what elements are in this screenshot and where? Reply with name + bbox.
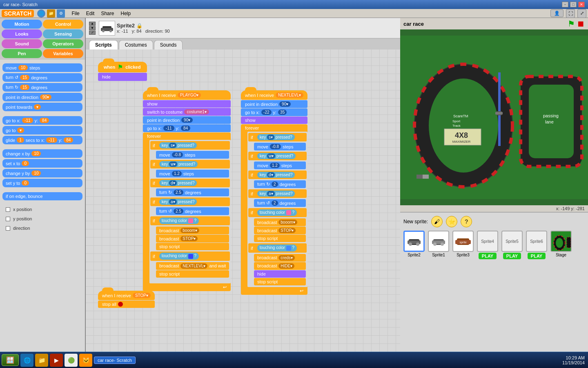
tab-scripts[interactable]: Scripts (89, 40, 118, 49)
block-point-direction[interactable]: point in direction 90▾ (2, 93, 82, 101)
block-switch-costume[interactable]: switch to costume costume1▾ (143, 108, 231, 116)
category-pen[interactable]: Pen (2, 49, 42, 58)
block-broadcast-creds[interactable]: broadcast creds▾ (254, 254, 306, 262)
block-goto-xy[interactable]: go to x: -11 y: 84 (2, 116, 82, 125)
account-button[interactable]: 👤 (550, 9, 564, 17)
block-if-s-pressed[interactable]: if key s▾ pressed? (150, 141, 230, 150)
block-goto-xy-3[interactable]: go to x: -22 y: 35 (241, 108, 307, 116)
block-point-dir-3[interactable]: point in direction 90▾ (241, 100, 307, 108)
sprite-item-6[interactable]: Sprite6 PLAY (526, 231, 547, 259)
block-show[interactable]: show (143, 100, 231, 108)
block-turn-right[interactable]: turn ↻ 15 degrees (2, 83, 82, 92)
new-sprite-paint[interactable]: 🖌 (431, 216, 443, 227)
block-if-d-pressed[interactable]: if key d▾ pressed? (150, 179, 230, 187)
block-if-d-pressed-2[interactable]: if key d▾ pressed? (248, 171, 307, 179)
block-if-a-pressed[interactable]: if key a▾ pressed? (150, 197, 230, 206)
block-if-a-pressed-2[interactable]: if key a▾ pressed? (248, 189, 307, 198)
minimize-button[interactable]: − (562, 2, 568, 7)
taskbar-media-icon[interactable]: ▶ (50, 354, 63, 367)
block-turn-left-1[interactable]: turn ↺ 2.5 degrees (156, 207, 229, 215)
block-move-pos-1[interactable]: move 1.2 steps (156, 170, 229, 177)
block-glide[interactable]: glide 1 secs to x: -11 y: 84 (2, 136, 82, 144)
block-stop-script-2[interactable]: stop script (156, 270, 229, 278)
scripts-canvas[interactable]: when ⚑ clicked hide when I receive PLAYG… (86, 49, 400, 368)
category-looks[interactable]: Looks (2, 29, 42, 38)
stage-zoom-out[interactable]: ▼ (89, 26, 96, 30)
tab-sounds[interactable]: Sounds (154, 40, 183, 49)
block-direction[interactable]: direction (2, 224, 82, 232)
block-turn-left-2[interactable]: turn ↺ 2 degrees (254, 199, 306, 207)
block-move[interactable]: move 10 steps (2, 63, 82, 72)
block-turn-right-1[interactable]: turn ↻ 2.5 degrees (156, 188, 229, 196)
block-broadcast-stop-1[interactable]: broadcast STOP▾ (156, 235, 229, 242)
block-forever-1[interactable]: forever if key s▾ pressed? move -0.8 ste… (143, 132, 231, 291)
block-stop-script-4[interactable]: stop script (254, 278, 306, 285)
sprite-item-4[interactable]: Sprite4 PLAY (477, 231, 498, 259)
when-receive-stop[interactable]: when I receive STOP▾ (98, 291, 155, 300)
tab-costumes[interactable]: Costumes (119, 40, 153, 49)
block-point-towards[interactable]: point towards ▾ (2, 103, 82, 111)
maximize-button[interactable]: □ (570, 2, 577, 7)
block-broadcast-booom-2[interactable]: broadcast booom▾ (254, 218, 306, 226)
block-turn-left[interactable]: turn ↺ 15 degrees (2, 73, 82, 82)
taskbar-scratch-icon[interactable]: 🐱 (79, 354, 92, 367)
block-forever-2[interactable]: forever if key s▾ pressed? move -0.8 ste… (241, 124, 307, 295)
fullscreen-button[interactable]: ⛶ (566, 9, 575, 18)
block-broadcast-nextlevl-1[interactable]: broadcast NEXTLEVL▾ and wait (156, 262, 229, 270)
block-point-dir-2[interactable]: point in direction 90▾ (143, 116, 231, 124)
stage-fit[interactable]: ⤢ (89, 31, 96, 35)
block-goto[interactable]: go to ▾ (2, 126, 82, 135)
block-change-x[interactable]: change x by 10 (2, 149, 82, 158)
block-if-w-pressed[interactable]: if key w▾ pressed? (150, 160, 230, 168)
globe-icon[interactable]: 🌐 (37, 9, 45, 18)
taskbar-active-window[interactable]: car race- Scratch (94, 357, 136, 364)
block-edge-bounce[interactable]: if on edge, bounce (2, 192, 82, 200)
stage-zoom-in[interactable]: ▲ (89, 22, 96, 26)
zoom-button[interactable]: ⤢ (577, 9, 586, 18)
block-stop-all[interactable]: stop all (98, 301, 155, 308)
start-button[interactable]: 🪟 (2, 354, 19, 366)
new-sprite-search[interactable]: ? (461, 216, 472, 227)
block-broadcast-stop-2[interactable]: broadcast STOP▾ (254, 227, 306, 234)
block-if-s-pressed-2[interactable]: if key s▾ pressed? (248, 133, 307, 141)
category-variables[interactable]: Variables (43, 49, 83, 58)
sprite-item-3[interactable]: sprite Sprite3 (452, 231, 474, 259)
block-show-2[interactable]: show (241, 117, 307, 124)
close-button[interactable]: ✕ (578, 2, 585, 7)
block-if-touching-color-2[interactable]: if touching color ? (150, 251, 230, 260)
block-if-w-pressed-2[interactable]: if key w▾ pressed? (248, 152, 307, 160)
help-icon[interactable]: 📁 (47, 9, 55, 18)
block-if-touching-color-1[interactable]: if touching color ? (150, 216, 230, 225)
taskbar-folder-icon[interactable]: 📁 (35, 354, 48, 367)
block-y-position[interactable]: y position (2, 215, 82, 223)
category-sound[interactable]: Sound (2, 39, 42, 48)
block-turn-right-2[interactable]: turn ↻ 2 degrees (254, 180, 306, 188)
block-x-position[interactable]: x position (2, 205, 82, 213)
when-clicked-hat[interactable]: when ⚑ clicked (98, 62, 147, 72)
block-if-touching-color-4[interactable]: if touching color ? (248, 243, 307, 252)
when-receive-playgo[interactable]: when I receive PLAYGO▾ (143, 90, 231, 100)
block-set-y[interactable]: set y to 0 (2, 179, 82, 187)
category-motion[interactable]: Motion (2, 20, 42, 29)
sprite-item-1[interactable]: Sprite1 (428, 231, 449, 259)
category-operators[interactable]: Operators (43, 39, 83, 48)
block-set-x[interactable]: set x to 0 (2, 159, 82, 168)
settings-icon[interactable]: ⚙ (57, 9, 65, 18)
new-sprite-star[interactable]: ⭐ (446, 216, 457, 227)
block-change-y[interactable]: change y by 10 (2, 169, 82, 177)
menu-edit[interactable]: Edit (83, 10, 98, 17)
taskbar-chrome-icon[interactable]: 🟢 (65, 354, 78, 367)
sprite5-play-button[interactable]: PLAY (503, 253, 521, 259)
block-broadcast-booom-1[interactable]: broadcast booom▾ (156, 227, 229, 234)
block-move-neg-1[interactable]: move -0.8 steps (156, 151, 229, 159)
block-stop-script-3[interactable]: stop script (254, 235, 306, 242)
menu-share[interactable]: Share (98, 10, 117, 17)
when-receive-nextlevl[interactable]: when I receive NEXTLEVL▾ (241, 90, 307, 100)
category-control[interactable]: Control (43, 20, 83, 29)
block-stop-script-1[interactable]: stop script (156, 243, 229, 250)
sprite6-play-button[interactable]: PLAY (528, 253, 546, 259)
block-broadcast-hide[interactable]: broadcast HIDE▾ (254, 262, 306, 270)
stage-item[interactable]: Stage (550, 231, 572, 259)
block-hide-2[interactable]: hide (254, 270, 306, 278)
menu-file[interactable]: File (68, 10, 82, 17)
